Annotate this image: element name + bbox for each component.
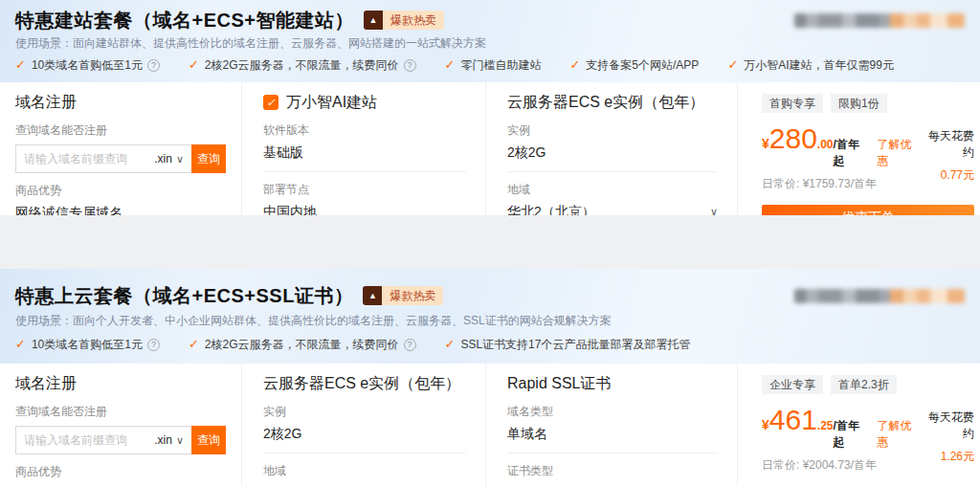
help-icon[interactable]: ? xyxy=(147,339,160,351)
domain-prefix-input[interactable]: 请输入域名前缀查询 .xin ∨ xyxy=(15,426,191,454)
tld-value: .xin xyxy=(154,152,172,166)
input-placeholder: 请输入域名前缀查询 xyxy=(24,151,154,167)
price-badge: 首单2.3折 xyxy=(831,375,897,394)
advantage-value: 网络诚信专属域名 xyxy=(15,205,222,215)
discount-link[interactable]: 了解优惠 xyxy=(878,418,920,451)
feature-item: ✓ 万小智AI建站，首年仅需99元 xyxy=(727,57,894,73)
feature-list: ✓ 10类域名首购低至1元 ? ✓ 2核2G云服务器，不限流量，续费同价 ? ✓… xyxy=(15,57,965,73)
input-placeholder: 请输入域名前缀查询 xyxy=(24,432,154,449)
domain-prefix-input[interactable]: 请输入域名前缀查询 .xin ∨ xyxy=(15,144,191,173)
divider xyxy=(507,453,718,453)
per-day-value: 0.77元 xyxy=(920,167,974,184)
section-gap xyxy=(0,215,980,269)
feature-text: SSL证书支持17个云产品批量部署及部署托管 xyxy=(460,337,690,352)
package1-body: 域名注册 查询域名能否注册 请输入域名前缀查询 .xin ∨ 查询 商品优势 网… xyxy=(0,82,980,215)
price-badge: 企业专享 xyxy=(762,375,823,394)
check-icon: ✓ xyxy=(15,337,26,352)
ssl-column: Rapid SSL证书 域名类型 单域名 证书类型 DV（域名型） xyxy=(485,364,737,486)
package-title: 特惠建站套餐（域名+ECS+智能建站） xyxy=(15,8,354,33)
per-day-cost: 每天花费约 1.26元 xyxy=(920,406,974,465)
feature-item: ✓ 2核2G云服务器，不限流量，续费同价 ? xyxy=(189,337,416,352)
redacted-account-info xyxy=(794,289,965,303)
package1-header: 特惠建站套餐（域名+ECS+智能建站） ▲ 爆款热卖 使用场景：面向建站群体、提… xyxy=(0,0,980,82)
flame-icon: ▲ xyxy=(363,286,382,305)
divider xyxy=(263,171,466,172)
price-cents: .25 xyxy=(817,419,834,432)
chevron-down-icon: ∨ xyxy=(176,153,184,166)
ecs-column: 云服务器ECS e实例（包年） 实例 2核2G 地域 华北2（北京） ∨ xyxy=(485,82,737,215)
price: ¥ 461 .25 /首年起 了解优惠 xyxy=(762,406,920,451)
feature-item: ✓ 支持备案5个网站/APP xyxy=(569,57,699,73)
price: ¥ 280 .00 /首年起 了解优惠 xyxy=(762,124,920,169)
discount-link[interactable]: 了解优惠 xyxy=(878,137,920,169)
advantage-label: 商品优势 xyxy=(15,465,222,478)
ssl-title: Rapid SSL证书 xyxy=(507,373,718,394)
daily-price: 日常价: ¥1759.73/首年 xyxy=(762,176,920,192)
hot-sale-label: 爆款热卖 xyxy=(382,286,443,305)
ecs-title: 云服务器ECS e实例（包年） xyxy=(507,92,718,113)
price-panel: 企业专享 首单2.3折 ¥ 461 .25 /首年起 了解优惠 日常价: ¥20… xyxy=(737,364,980,486)
package2-header: 特惠上云套餐（域名+ECS+SSL证书） ▲ 爆款热卖 使用场景：面向个人开发者… xyxy=(0,269,980,364)
domain-type-value: 单域名 xyxy=(507,426,718,441)
price-badge: 限购1份 xyxy=(831,94,887,113)
cert-type-label: 证书类型 xyxy=(507,464,718,477)
package-title: 特惠上云套餐（域名+ECS+SSL证书） xyxy=(15,283,353,309)
domain-search: 请输入域名前缀查询 .xin ∨ 查询 xyxy=(15,426,226,454)
help-icon[interactable]: ? xyxy=(404,339,416,351)
chevron-down-icon: ∨ xyxy=(176,434,184,447)
domain-query-label: 查询域名能否注册 xyxy=(15,405,222,418)
version-label: 软件版本 xyxy=(263,123,466,137)
feature-item: ✓ SSL证书支持17个云产品批量部署及部署托管 xyxy=(445,337,691,352)
tld-select[interactable]: .xin ∨ xyxy=(154,433,184,447)
flame-icon: ▲ xyxy=(364,11,383,30)
help-icon[interactable]: ? xyxy=(147,59,160,72)
price-cents: .00 xyxy=(817,138,834,151)
per-day-value: 1.26元 xyxy=(920,449,974,465)
price-amount: 461 xyxy=(769,406,817,434)
chevron-down-icon: ∨ xyxy=(710,204,718,215)
site-builder-checkbox[interactable]: ✓ xyxy=(263,95,278,110)
check-icon: ✓ xyxy=(189,57,199,73)
region-value: 华北2（北京） xyxy=(507,204,595,215)
instance-value: 2核2G xyxy=(263,426,466,441)
feature-item: ✓ 10类域名首购低至1元 ? xyxy=(15,337,160,352)
advantage-label: 商品优势 xyxy=(15,184,222,197)
check-icon: ✓ xyxy=(445,57,456,73)
per-day-label: 每天花费约 xyxy=(920,409,974,442)
hot-sale-badge: ▲ 爆款热卖 xyxy=(363,286,443,305)
ecs-title: 云服务器ECS e实例（包年） xyxy=(263,373,466,394)
feature-item: ✓ 2核2G云服务器，不限流量，续费同价 ? xyxy=(189,57,416,73)
tld-select[interactable]: .xin ∨ xyxy=(154,152,184,166)
check-icon: ✓ xyxy=(569,57,580,73)
domain-type-label: 域名类型 xyxy=(507,405,718,418)
feature-item: ✓ 零门槛自助建站 xyxy=(445,57,542,73)
currency-symbol: ¥ xyxy=(762,417,769,432)
order-button[interactable]: 优惠下单 xyxy=(762,205,974,215)
domain-search-button[interactable]: 查询 xyxy=(191,144,226,173)
hot-sale-badge: ▲ 爆款热卖 xyxy=(364,11,444,30)
instance-label: 实例 xyxy=(507,123,718,137)
region-select[interactable]: 华北2（北京） ∨ xyxy=(507,204,718,215)
hot-sale-label: 爆款热卖 xyxy=(383,11,444,30)
check-icon: ✓ xyxy=(445,337,456,352)
region-label: 地域 xyxy=(263,464,466,477)
price-amount: 280 xyxy=(769,124,817,153)
feature-text: 万小智AI建站，首年仅需99元 xyxy=(744,57,894,73)
domain-column: 域名注册 查询域名能否注册 请输入域名前缀查询 .xin ∨ 查询 商品优势 网… xyxy=(0,364,241,486)
feature-text: 2核2G云服务器，不限流量，续费同价 xyxy=(205,337,399,352)
help-icon[interactable]: ? xyxy=(404,59,416,72)
price-term: /首年起 xyxy=(834,418,868,451)
instance-value: 2核2G xyxy=(507,144,718,160)
check-icon: ✓ xyxy=(266,97,275,109)
currency-symbol: ¥ xyxy=(762,136,769,151)
check-icon: ✓ xyxy=(15,57,26,73)
domain-search-button[interactable]: 查询 xyxy=(191,426,226,454)
check-icon: ✓ xyxy=(727,57,738,73)
feature-text: 10类域名首购低至1元 xyxy=(32,337,143,352)
divider xyxy=(507,171,718,172)
feature-item: ✓ 10类域名首购低至1元 ? xyxy=(15,57,160,73)
site-builder-label: 万小智AI建站 xyxy=(286,92,377,113)
domain-title: 域名注册 xyxy=(15,373,222,394)
feature-text: 支持备案5个网站/APP xyxy=(586,57,699,73)
domain-column: 域名注册 查询域名能否注册 请输入域名前缀查询 .xin ∨ 查询 商品优势 网… xyxy=(0,82,241,215)
